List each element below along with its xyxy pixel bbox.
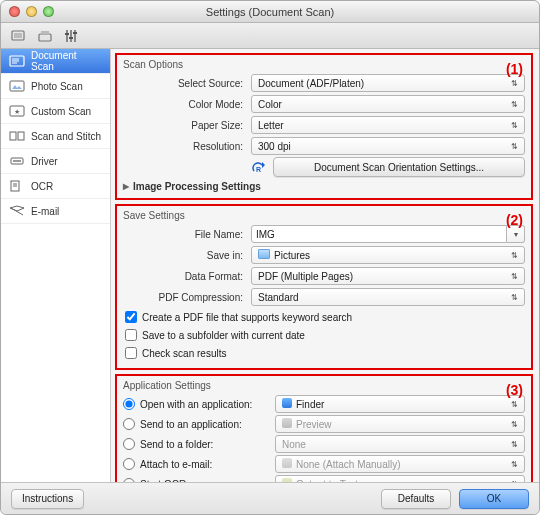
svg-rect-1 bbox=[14, 33, 22, 38]
annotation-1: (1) bbox=[506, 61, 523, 77]
svg-rect-4 bbox=[66, 30, 68, 42]
sidebar-item-photo-scan[interactable]: Photo Scan bbox=[1, 74, 110, 99]
color-mode-popup[interactable]: Color⇅ bbox=[251, 95, 525, 113]
orientation-settings-button[interactable]: Document Scan Orientation Settings... bbox=[273, 157, 525, 177]
chevron-updown-icon: ⇅ bbox=[511, 142, 518, 151]
send-to-folder-popup[interactable]: None⇅ bbox=[275, 435, 525, 453]
sidebar-item-label: Photo Scan bbox=[31, 81, 83, 92]
keyword-search-label: Create a PDF file that supports keyword … bbox=[142, 312, 352, 323]
chevron-updown-icon: ⇅ bbox=[511, 121, 518, 130]
open-with-app-label: Open with an application: bbox=[140, 399, 270, 410]
check-results-checkbox[interactable] bbox=[125, 347, 137, 359]
sidebar-item-label: Document Scan bbox=[31, 50, 102, 72]
chevron-updown-icon: ⇅ bbox=[511, 400, 518, 409]
sidebar-item-label: Custom Scan bbox=[31, 106, 91, 117]
resolution-label: Resolution: bbox=[123, 141, 251, 152]
pdf-compression-label: PDF Compression: bbox=[123, 292, 251, 303]
annotation-3: (3) bbox=[506, 382, 523, 398]
keyword-search-checkbox[interactable] bbox=[125, 311, 137, 323]
instructions-button[interactable]: Instructions bbox=[11, 489, 84, 509]
pdf-compression-popup[interactable]: Standard⇅ bbox=[251, 288, 525, 306]
window-title: Settings (Document Scan) bbox=[1, 6, 539, 18]
sidebar-item-label: Driver bbox=[31, 156, 58, 167]
save-in-popup[interactable]: Pictures⇅ bbox=[251, 246, 525, 264]
svg-text:R: R bbox=[256, 166, 261, 173]
sidebar-item-email[interactable]: E-mail bbox=[1, 199, 110, 224]
photo-scan-icon bbox=[9, 80, 25, 92]
paper-size-label: Paper Size: bbox=[123, 120, 251, 131]
scan-options-group: (1) Scan Options Select Source: Document… bbox=[115, 53, 533, 200]
check-results-label: Check scan results bbox=[142, 348, 226, 359]
send-to-app-label: Send to an application: bbox=[140, 419, 270, 430]
orientation-icon: R bbox=[251, 160, 267, 174]
save-settings-title: Save Settings bbox=[123, 210, 525, 221]
application-settings-group: (3) Application Settings Open with an ap… bbox=[115, 374, 533, 482]
chevron-updown-icon: ⇅ bbox=[511, 440, 518, 449]
chevron-updown-icon: ⇅ bbox=[511, 420, 518, 429]
chevron-updown-icon: ⇅ bbox=[511, 79, 518, 88]
sidebar-item-label: Scan and Stitch bbox=[31, 131, 101, 142]
sidebar-item-label: OCR bbox=[31, 181, 53, 192]
main-panel: (1) Scan Options Select Source: Document… bbox=[111, 49, 539, 482]
image-processing-disclosure[interactable]: ▶ Image Processing Settings bbox=[123, 181, 525, 192]
attach-email-popup[interactable]: None (Attach Manually)⇅ bbox=[275, 455, 525, 473]
annotation-2: (2) bbox=[506, 212, 523, 228]
resolution-popup[interactable]: 300 dpi⇅ bbox=[251, 137, 525, 155]
ok-button[interactable]: OK bbox=[459, 489, 529, 509]
preview-icon bbox=[282, 418, 292, 428]
data-format-popup[interactable]: PDF (Multiple Pages)⇅ bbox=[251, 267, 525, 285]
svg-rect-6 bbox=[74, 30, 76, 42]
subfolder-date-checkbox[interactable] bbox=[125, 329, 137, 341]
paper-size-popup[interactable]: Letter⇅ bbox=[251, 116, 525, 134]
send-to-folder-radio[interactable] bbox=[123, 438, 135, 450]
chevron-down-icon: ▾ bbox=[514, 230, 518, 239]
disclosure-triangle-icon: ▶ bbox=[123, 182, 129, 191]
document-scan-icon bbox=[9, 55, 25, 67]
sidebar: Document Scan Photo Scan ★ Custom Scan S… bbox=[1, 49, 111, 482]
subfolder-date-label: Save to a subfolder with current date bbox=[142, 330, 305, 341]
file-name-input[interactable] bbox=[251, 225, 507, 243]
general-settings-icon[interactable] bbox=[63, 28, 79, 44]
color-mode-label: Color Mode: bbox=[123, 99, 251, 110]
sidebar-item-custom-scan[interactable]: ★ Custom Scan bbox=[1, 99, 110, 124]
start-ocr-popup[interactable]: Output to Text⇅ bbox=[275, 475, 525, 482]
save-in-label: Save in: bbox=[123, 250, 251, 261]
settings-window: Settings (Document Scan) Document Scan P… bbox=[0, 0, 540, 515]
svg-text:★: ★ bbox=[14, 108, 20, 115]
sidebar-item-label: E-mail bbox=[31, 206, 59, 217]
svg-marker-15 bbox=[12, 85, 22, 89]
scan-options-title: Scan Options bbox=[123, 59, 525, 70]
folder-icon bbox=[258, 249, 270, 259]
sidebar-item-document-scan[interactable]: Document Scan bbox=[1, 49, 110, 74]
email-icon bbox=[9, 205, 25, 217]
scan-from-computer-icon[interactable] bbox=[11, 28, 27, 44]
footer: Instructions Defaults OK bbox=[1, 482, 539, 514]
open-with-app-popup[interactable]: Finder⇅ bbox=[275, 395, 525, 413]
svg-rect-2 bbox=[39, 34, 51, 41]
sidebar-item-scan-and-stitch[interactable]: Scan and Stitch bbox=[1, 124, 110, 149]
send-to-app-radio[interactable] bbox=[123, 418, 135, 430]
svg-rect-14 bbox=[10, 81, 24, 91]
attach-email-radio[interactable] bbox=[123, 458, 135, 470]
select-source-popup[interactable]: Document (ADF/Platen)⇅ bbox=[251, 74, 525, 92]
scan-from-panel-icon[interactable] bbox=[37, 28, 53, 44]
titlebar: Settings (Document Scan) bbox=[1, 1, 539, 23]
svg-rect-8 bbox=[69, 37, 73, 39]
file-name-label: File Name: bbox=[123, 229, 251, 240]
defaults-button[interactable]: Defaults bbox=[381, 489, 451, 509]
stitch-icon bbox=[9, 130, 25, 142]
sidebar-item-ocr[interactable]: OCR bbox=[1, 174, 110, 199]
attach-email-label: Attach to e-mail: bbox=[140, 459, 270, 470]
chevron-updown-icon: ⇅ bbox=[511, 293, 518, 302]
open-with-app-radio[interactable] bbox=[123, 398, 135, 410]
driver-icon bbox=[9, 155, 25, 167]
chevron-updown-icon: ⇅ bbox=[511, 100, 518, 109]
sidebar-item-driver[interactable]: Driver bbox=[1, 149, 110, 174]
custom-scan-icon: ★ bbox=[9, 105, 25, 117]
send-to-app-popup[interactable]: Preview⇅ bbox=[275, 415, 525, 433]
select-source-label: Select Source: bbox=[123, 78, 251, 89]
mail-icon bbox=[282, 458, 292, 468]
svg-rect-21 bbox=[13, 160, 21, 162]
svg-rect-5 bbox=[70, 30, 72, 42]
chevron-updown-icon: ⇅ bbox=[511, 272, 518, 281]
